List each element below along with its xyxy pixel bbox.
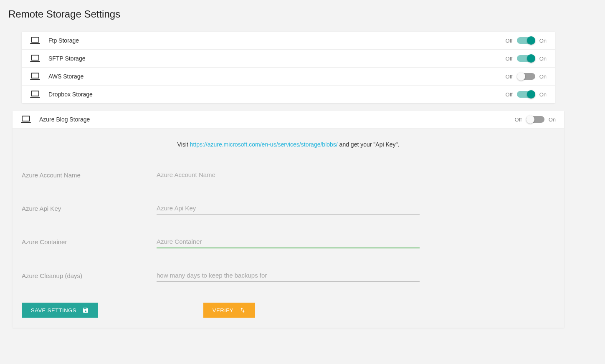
field-label: Azure Container xyxy=(21,238,157,245)
storage-row-label: SFTP Storage xyxy=(48,55,506,62)
save-button-label: Save Settings xyxy=(31,307,76,313)
page-title: Remote Storage Settings xyxy=(8,8,597,20)
storage-toggle-group: Off On xyxy=(506,55,547,62)
svg-rect-8 xyxy=(22,116,30,121)
azure-hint: Visit https://azure.microsoft.com/en-us/… xyxy=(21,141,556,148)
toggle-on-label: On xyxy=(539,91,547,98)
hint-prefix: Visit xyxy=(177,141,190,148)
form-row: Azure Account Name xyxy=(21,169,556,181)
toggle-off-label: Off xyxy=(506,91,513,98)
storage-row[interactable]: AWS Storage Off On xyxy=(22,68,555,86)
laptop-icon xyxy=(21,116,31,123)
storage-row[interactable]: SFTP Storage Off On xyxy=(22,50,555,68)
form-row: Azure Api Key xyxy=(21,202,556,215)
verify-button-label: Verify xyxy=(213,307,233,313)
svg-rect-3 xyxy=(30,61,40,62)
storage-toggle[interactable] xyxy=(517,91,535,98)
field-input-0[interactable] xyxy=(157,169,420,181)
toggle-on-label: On xyxy=(539,38,547,44)
storage-row-label: Ftp Storage xyxy=(48,37,506,44)
storage-row-label: AWS Storage xyxy=(48,73,506,80)
field-input-2[interactable] xyxy=(157,235,420,248)
button-row: Save Settings Verify xyxy=(21,303,556,318)
save-icon xyxy=(82,307,89,313)
toggle-on-label: On xyxy=(539,56,547,62)
toggle-off-label: Off xyxy=(506,56,513,62)
azure-panel: Azure Blog Storage Off On Visit https://… xyxy=(13,111,564,328)
azure-panel-header[interactable]: Azure Blog Storage Off On xyxy=(13,111,564,129)
storage-list: Ftp Storage Off On SFTP Storage Off On A… xyxy=(22,32,555,103)
toggle-on-label: On xyxy=(549,116,556,123)
field-input-3[interactable] xyxy=(157,269,420,282)
svg-rect-7 xyxy=(30,97,40,98)
svg-rect-1 xyxy=(30,43,40,44)
toggle-off-label: Off xyxy=(506,73,513,80)
swap-vertical-icon xyxy=(239,307,246,313)
azure-toggle[interactable] xyxy=(526,116,544,123)
svg-rect-6 xyxy=(31,91,39,96)
svg-rect-5 xyxy=(30,79,40,80)
save-settings-button[interactable]: Save Settings xyxy=(22,303,98,318)
laptop-icon xyxy=(30,37,40,44)
form-row: Azure Cleanup (days) xyxy=(21,269,556,282)
storage-row[interactable]: Dropbox Storage Off On xyxy=(22,86,555,103)
laptop-icon xyxy=(30,55,40,62)
toggle-off-label: Off xyxy=(506,38,513,44)
storage-toggle-group: Off On xyxy=(506,37,547,44)
storage-toggle[interactable] xyxy=(517,37,535,44)
storage-toggle[interactable] xyxy=(517,73,535,80)
field-label: Azure Api Key xyxy=(21,205,157,212)
toggle-off-label: Off xyxy=(515,116,522,123)
storage-toggle[interactable] xyxy=(517,55,535,62)
field-input-1[interactable] xyxy=(157,202,420,215)
azure-panel-label: Azure Blog Storage xyxy=(39,116,515,123)
svg-rect-9 xyxy=(21,122,31,123)
hint-suffix: and get your "Api Key". xyxy=(338,141,400,148)
storage-toggle-group: Off On xyxy=(506,73,547,80)
storage-row-label: Dropbox Storage xyxy=(48,91,506,98)
laptop-icon xyxy=(30,91,40,98)
azure-docs-link[interactable]: https://azure.microsoft.com/en-us/servic… xyxy=(190,141,338,148)
field-label: Azure Account Name xyxy=(21,172,157,179)
azure-toggle-group: Off On xyxy=(515,116,556,123)
storage-toggle-group: Off On xyxy=(506,91,547,98)
laptop-icon xyxy=(30,73,40,80)
form-row: Azure Container xyxy=(21,235,556,248)
azure-panel-body: Visit https://azure.microsoft.com/en-us/… xyxy=(13,129,564,328)
verify-button[interactable]: Verify xyxy=(203,303,255,318)
svg-rect-0 xyxy=(31,37,39,42)
storage-row[interactable]: Ftp Storage Off On xyxy=(22,32,555,50)
svg-rect-2 xyxy=(31,55,39,60)
toggle-on-label: On xyxy=(539,73,547,80)
field-label: Azure Cleanup (days) xyxy=(21,272,157,279)
svg-rect-4 xyxy=(31,73,39,78)
